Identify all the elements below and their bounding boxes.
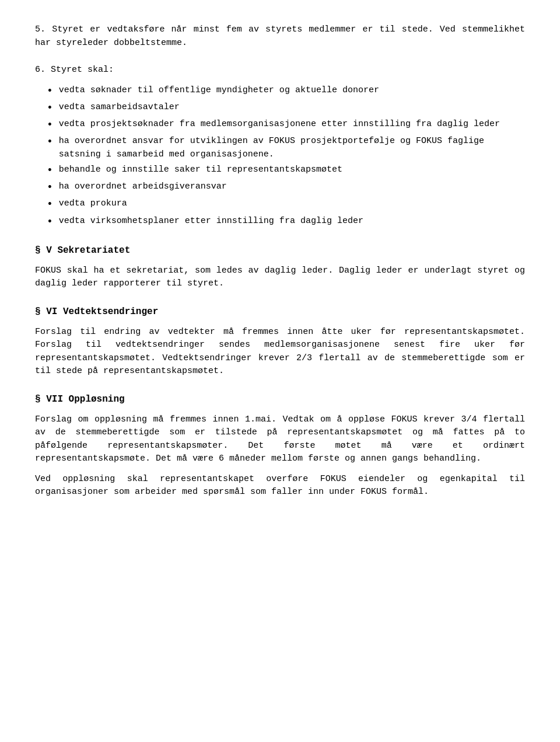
section-7: § VII Oppløsning Forslag om oppløsning m…: [35, 392, 525, 499]
list-item: •vedta prosjektsøknader fra medlemsorgan…: [35, 118, 525, 133]
paragraph: Forslag til endring av vedtekter må frem…: [35, 326, 525, 378]
point-5-text: 5. Styret er vedtaksføre når minst fem a…: [35, 23, 525, 50]
list-item-text: vedta prokura: [59, 197, 525, 211]
list-item-text: vedta virksomhetsplaner etter innstillin…: [59, 215, 525, 228]
list-item: •ha overordnet ansvar for utviklingen av…: [35, 135, 525, 161]
list-item: •vedta virksomhetsplaner etter innstilli…: [35, 215, 525, 229]
bullet-icon: •: [47, 215, 53, 229]
section-6: § VI Vedtektsendringer Forslag til endri…: [35, 305, 525, 378]
section-6-heading: § VI Vedtektsendringer: [35, 305, 525, 319]
list-item-text: vedta samarbeidsavtaler: [59, 101, 525, 114]
list-item-text: vedta prosjektsøknader fra medlemsorgani…: [59, 118, 525, 131]
bullet-icon: •: [47, 197, 53, 212]
list-item: •behandle og innstille saker til represe…: [35, 163, 525, 178]
section-5-paragraphs: FOKUS skal ha et sekretariat, som ledes …: [35, 264, 525, 291]
point-6-heading: 6. Styret skal:: [35, 64, 525, 77]
paragraph: Ved oppløsning skal representantskapet o…: [35, 473, 525, 499]
bullet-icon: •: [47, 101, 53, 116]
list-item-text: vedta søknader til offentlige myndighete…: [59, 84, 525, 97]
bullet-icon: •: [47, 163, 53, 178]
list-item: •vedta søknader til offentlige myndighet…: [35, 84, 525, 99]
list-item: •vedta samarbeidsavtaler: [35, 101, 525, 116]
list-item-text: ha overordnet ansvar for utviklingen av …: [59, 135, 525, 161]
list-item-text: ha overordnet arbeidsgiveransvar: [59, 180, 525, 194]
section-7-heading: § VII Oppløsning: [35, 392, 525, 406]
section-5: § V Sekretariatet FOKUS skal ha et sekre…: [35, 243, 525, 291]
list-item: •ha overordnet arbeidsgiveransvar: [35, 180, 525, 195]
bullet-icon: •: [47, 118, 53, 133]
point-6-list: •vedta søknader til offentlige myndighet…: [35, 84, 525, 229]
paragraph: Forslag om oppløsning må fremmes innen 1…: [35, 413, 525, 466]
list-item-text: behandle og innstille saker til represen…: [59, 163, 525, 177]
bullet-icon: •: [47, 135, 53, 149]
list-item: •vedta prokura: [35, 197, 525, 212]
section-6-paragraphs: Forslag til endring av vedtekter må frem…: [35, 326, 525, 378]
point-5-section: 5. Styret er vedtaksføre når minst fem a…: [35, 23, 525, 50]
paragraph: FOKUS skal ha et sekretariat, som ledes …: [35, 264, 525, 291]
section-7-paragraphs: Forslag om oppløsning må fremmes innen 1…: [35, 413, 525, 499]
point-6-section: 6. Styret skal: •vedta søknader til offe…: [35, 64, 525, 229]
section-5-heading: § V Sekretariatet: [35, 243, 525, 257]
bullet-icon: •: [47, 84, 53, 99]
bullet-icon: •: [47, 180, 53, 195]
